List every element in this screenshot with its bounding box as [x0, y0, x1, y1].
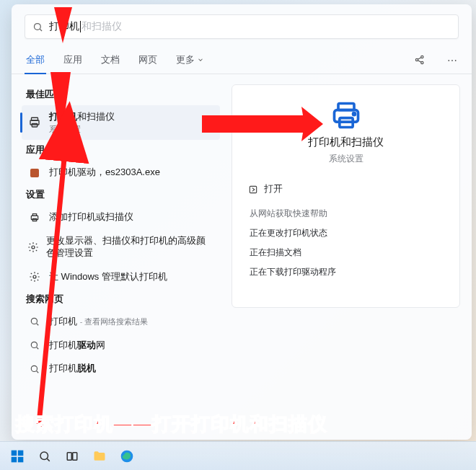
- result-web-driver-site[interactable]: 打印机驱动网: [22, 334, 220, 358]
- help-link-status[interactable]: 正在更改打印机状态: [245, 223, 446, 243]
- search-window: 打印机和扫描仪 全部 应用 文档 网页 更多 ⋯ 最佳匹配: [12, 4, 472, 440]
- svg-line-6: [418, 60, 421, 62]
- search-suggestion-ghost: 和扫描仪: [81, 20, 122, 33]
- svg-point-35: [40, 452, 48, 460]
- help-header: 从网站获取快速帮助: [250, 208, 442, 219]
- svg-rect-37: [67, 452, 71, 460]
- svg-point-18: [31, 342, 37, 347]
- search-icon: [38, 450, 51, 463]
- svg-line-36: [47, 458, 49, 461]
- search-row: 打印机和扫描仪: [12, 4, 472, 45]
- svg-line-21: [37, 371, 39, 373]
- svg-rect-26: [250, 186, 256, 192]
- open-button[interactable]: 打开: [245, 177, 446, 201]
- result-app-driver-exe[interactable]: 打印机驱动，es2303A.exe: [22, 161, 220, 185]
- tab-documents[interactable]: 文档: [100, 48, 121, 74]
- svg-rect-9: [32, 124, 38, 128]
- chevron-down-icon: [197, 56, 204, 63]
- section-settings: 设置: [26, 189, 217, 201]
- printer-add-icon: [27, 212, 42, 223]
- svg-rect-33: [12, 456, 17, 462]
- printer-large-icon: [330, 99, 362, 131]
- taskbar-task-view[interactable]: [62, 446, 82, 466]
- result-printers-scanners[interactable]: 打印机和扫描仪 系统设置: [22, 105, 220, 140]
- svg-rect-38: [73, 452, 77, 460]
- details-panel: 打印机和扫描仪 系统设置 打开 从网站获取快速帮助 正在更改打印机状态 正在扫描…: [232, 84, 460, 308]
- search-icon: [27, 340, 42, 350]
- taskbar-search[interactable]: [35, 446, 55, 466]
- share-button[interactable]: [410, 50, 430, 72]
- printer-icon: [27, 116, 42, 129]
- result-add-printer[interactable]: 添加打印机或扫描仪: [22, 205, 220, 229]
- svg-rect-32: [18, 450, 24, 456]
- svg-point-20: [31, 365, 37, 371]
- app-icon: [27, 167, 42, 179]
- result-default-printer[interactable]: 让 Windows 管理默认打印机: [22, 265, 220, 289]
- tab-more[interactable]: 更多: [175, 48, 206, 74]
- filter-tabs: 全部 应用 文档 网页 更多 ⋯: [12, 45, 472, 74]
- text-cursor: [80, 21, 81, 32]
- search-icon: [27, 364, 42, 374]
- settings-icon: [27, 241, 39, 253]
- edge-icon: [120, 449, 134, 464]
- search-input[interactable]: 打印机和扫描仪: [25, 14, 459, 39]
- svg-point-25: [353, 113, 355, 115]
- results-column: 最佳匹配 打印机和扫描仪 系统设置 应用 打印机驱动，es2303A.exe: [12, 74, 224, 440]
- result-color-management[interactable]: 更改显示器、扫描仪和打印机的高级颜色管理设置: [22, 229, 220, 265]
- taskbar-edge[interactable]: [117, 446, 137, 466]
- help-link-scan[interactable]: 正在扫描文档: [245, 243, 446, 262]
- taskbar-explorer[interactable]: [89, 446, 110, 466]
- task-view-icon: [66, 450, 79, 463]
- svg-point-16: [31, 318, 37, 324]
- section-apps: 应用: [26, 144, 217, 156]
- tab-apps[interactable]: 应用: [62, 48, 84, 74]
- svg-rect-31: [12, 450, 17, 456]
- svg-line-1: [40, 29, 42, 31]
- search-icon: [27, 316, 42, 327]
- share-icon: [414, 54, 426, 66]
- section-web: 搜索网页: [26, 293, 217, 306]
- svg-line-19: [37, 347, 39, 350]
- windows-logo-icon: [10, 449, 25, 464]
- search-icon: [32, 22, 43, 32]
- tab-all[interactable]: 全部: [25, 48, 46, 74]
- svg-rect-34: [18, 456, 24, 462]
- search-typed-text: 打印机: [49, 20, 79, 33]
- panel-title: 打印机和扫描仪: [308, 136, 384, 149]
- details-column: 打印机和扫描仪 系统设置 打开 从网站获取快速帮助 正在更改打印机状态 正在扫描…: [224, 74, 472, 440]
- folder-icon: [92, 449, 107, 464]
- svg-rect-12: [32, 213, 36, 216]
- taskbar: [0, 441, 476, 470]
- settings-icon: [27, 271, 42, 283]
- svg-line-17: [37, 324, 39, 326]
- section-best-match: 最佳匹配: [26, 89, 217, 101]
- svg-point-0: [35, 23, 41, 30]
- result-web-printer[interactable]: 打印机 - 查看网络搜索结果: [22, 310, 220, 334]
- tab-web[interactable]: 网页: [137, 48, 159, 74]
- open-icon: [248, 185, 258, 195]
- svg-line-5: [418, 57, 421, 59]
- start-button[interactable]: [7, 446, 27, 466]
- svg-point-14: [32, 246, 35, 249]
- help-link-driver[interactable]: 正在下载打印驱动程序: [245, 262, 446, 282]
- svg-point-15: [33, 275, 36, 278]
- svg-rect-10: [30, 169, 39, 177]
- panel-subtitle: 系统设置: [329, 154, 363, 164]
- result-web-offline[interactable]: 打印机脱机: [22, 357, 220, 381]
- ellipsis-button[interactable]: ⋯: [446, 55, 459, 66]
